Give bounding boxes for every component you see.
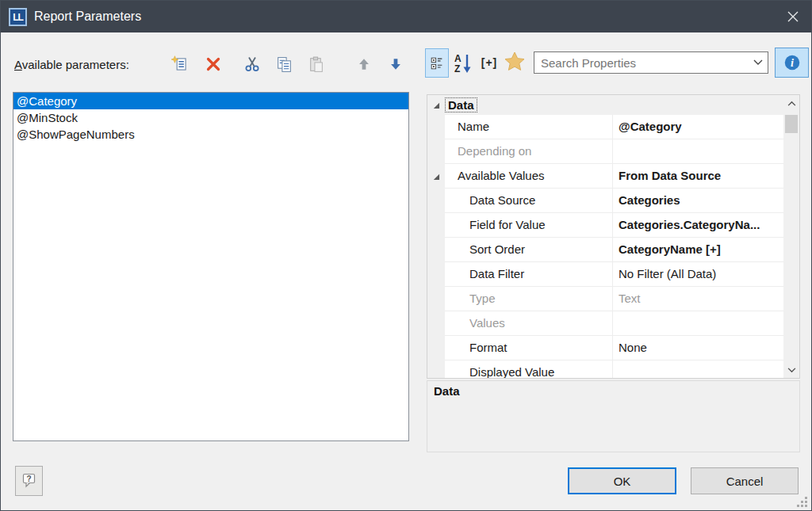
property-row[interactable]: Data Source Categories (427, 189, 785, 213)
sort-alphabetical-button[interactable]: A Z (451, 51, 475, 75)
list-item-category[interactable]: @Category (13, 93, 408, 109)
app-icon: LL (9, 8, 27, 26)
property-value[interactable]: Categories (613, 189, 785, 213)
list-item-showpagenumbers[interactable]: @ShowPageNumbers (13, 126, 408, 143)
property-row[interactable]: Format None (427, 336, 785, 360)
property-grid-rows: Data Name @Category Depending on Availab… (427, 95, 785, 379)
property-grid: Data Name @Category Depending on Availab… (427, 94, 800, 379)
info-button[interactable]: i (775, 48, 809, 78)
property-value[interactable] (613, 311, 785, 336)
property-label: Format (445, 336, 613, 360)
available-values-expander[interactable] (427, 164, 445, 189)
search-input[interactable] (534, 56, 749, 70)
new-parameter-icon (170, 55, 190, 74)
property-value[interactable]: CategoryName [+] (613, 238, 785, 262)
property-label: Available Values (445, 164, 613, 189)
property-value[interactable]: Categories.CategoryNa... (613, 213, 785, 238)
description-title: Data (434, 384, 793, 398)
scroll-down-button[interactable] (783, 362, 799, 378)
property-row[interactable]: Available Values From Data Source (427, 164, 785, 189)
cut-button[interactable] (241, 53, 263, 75)
move-up-button[interactable] (353, 53, 375, 75)
expression-icon: [+] (481, 56, 498, 69)
chevron-down-icon (753, 59, 763, 66)
list-item-minstock[interactable]: @MinStock (13, 109, 408, 126)
category-label: Data (445, 97, 477, 112)
favorites-star-icon (503, 50, 527, 74)
property-label: Depending on (445, 139, 613, 164)
label-rest: vailable parameters: (22, 58, 129, 71)
scroll-up-button[interactable] (783, 95, 799, 111)
sort-alphabetical-icon: A Z (453, 52, 473, 74)
help-icon: ? (20, 471, 39, 490)
expression-button[interactable]: [+] (477, 53, 502, 72)
move-up-icon (356, 56, 372, 72)
favorites-button[interactable] (502, 49, 527, 74)
property-row[interactable]: Type Text (427, 287, 785, 311)
combo-dropdown-button[interactable] (749, 59, 768, 66)
categorized-icon (429, 55, 445, 72)
delete-icon (205, 55, 222, 73)
ok-button[interactable]: OK (568, 467, 676, 494)
property-row[interactable]: Sort Order CategoryName [+] (427, 238, 785, 262)
label-mnemonic: A (14, 58, 22, 71)
expanded-triangle-icon (432, 101, 440, 109)
svg-text:A: A (454, 53, 462, 64)
cut-icon (243, 55, 261, 73)
resize-grip[interactable] (797, 496, 808, 507)
property-row[interactable]: Data Filter No Filter (All Data) (427, 262, 785, 287)
window-title: Report Parameters (34, 1, 141, 32)
property-row[interactable]: Displayed Value (427, 360, 785, 379)
category-row-data[interactable]: Data (427, 95, 785, 115)
expanded-triangle-icon (432, 173, 440, 181)
property-row[interactable]: Values (427, 311, 785, 336)
titlebar: LL Report Parameters (1, 1, 811, 32)
property-row[interactable]: Field for Value Categories.CategoryNa... (427, 213, 785, 238)
property-value[interactable]: No Filter (All Data) (613, 262, 785, 287)
property-label: Sort Order (445, 238, 613, 262)
property-label: Field for Value (445, 213, 613, 238)
help-button[interactable]: ? (15, 466, 43, 496)
search-properties-combo[interactable] (534, 51, 768, 74)
move-down-button[interactable] (385, 53, 407, 75)
report-parameters-dialog: LL Report Parameters Available parameter… (0, 0, 812, 511)
property-label: Displayed Value (445, 360, 613, 379)
copy-icon (275, 55, 293, 74)
svg-text:Z: Z (454, 63, 460, 74)
close-icon (787, 11, 799, 22)
property-label: Values (445, 311, 613, 336)
property-value[interactable] (613, 360, 785, 379)
available-parameters-label: Available parameters: (14, 58, 129, 71)
property-description-panel: Data (427, 380, 800, 452)
svg-text:?: ? (26, 475, 31, 483)
property-row[interactable]: Depending on (427, 139, 785, 164)
info-icon: i (783, 53, 802, 72)
property-label: Data Filter (445, 262, 613, 287)
category-expander[interactable] (427, 101, 445, 109)
property-label: Type (445, 287, 613, 311)
close-button[interactable] (775, 1, 811, 32)
property-value[interactable]: None (613, 336, 785, 360)
move-down-icon (388, 56, 404, 72)
property-row[interactable]: Name @Category (427, 115, 785, 139)
property-label: Data Source (445, 189, 613, 213)
new-parameter-button[interactable] (169, 53, 191, 75)
property-value[interactable]: From Data Source (613, 164, 785, 189)
chevron-up-icon (787, 101, 796, 106)
parameters-listbox[interactable]: @Category @MinStock @ShowPageNumbers (13, 92, 409, 441)
delete-parameter-button[interactable] (202, 53, 224, 75)
paste-icon (307, 55, 325, 74)
categorized-view-button[interactable] (425, 48, 449, 78)
property-value[interactable] (613, 139, 785, 164)
chevron-down-icon (787, 368, 796, 373)
copy-button[interactable] (273, 53, 295, 75)
property-grid-scrollbar[interactable] (783, 95, 799, 378)
cancel-button[interactable]: Cancel (691, 467, 799, 494)
scrollbar-thumb[interactable] (785, 115, 798, 133)
property-value[interactable]: Text (613, 287, 785, 311)
property-value[interactable]: @Category (613, 115, 785, 139)
svg-text:i: i (791, 56, 794, 69)
paste-button[interactable] (304, 53, 327, 75)
property-label: Name (445, 115, 613, 139)
